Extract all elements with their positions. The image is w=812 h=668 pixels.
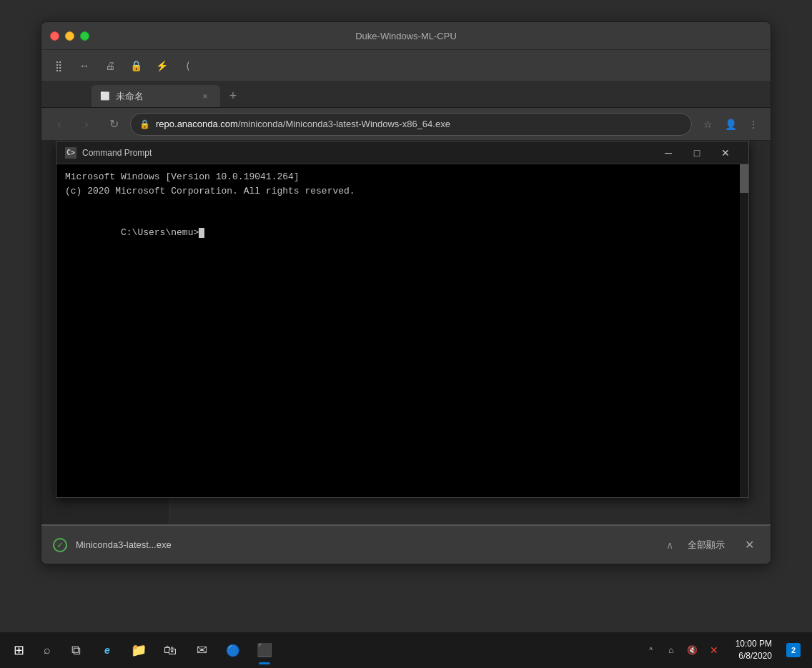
browser-tab[interactable]: ⬜ 未命名 × xyxy=(91,85,220,107)
taskbar: ⊞ ⌕ ⧉ e 📁 🛍 ✉ 🔵 ⬛ ^ ⌂ 🔇 ✕ 10:00 PM 6/8/2… xyxy=(0,632,812,668)
cmd-icon-label: C> xyxy=(66,149,75,156)
tab-close-button[interactable]: × xyxy=(199,90,212,103)
tray-expand-button[interactable]: ^ xyxy=(643,642,660,659)
download-bar: ✓ Miniconda3-latest...exe ∧ 全部顯示 ✕ xyxy=(41,524,771,564)
tray-volume-icon[interactable]: 🔇 xyxy=(683,640,703,660)
taskbar-task-view[interactable]: ⧉ xyxy=(60,634,91,666)
browser-window: Duke-Windows-ML-CPU ⣿ ↔ 🖨 🔒 ⚡ ⟨ ⬜ 未命名 × … xyxy=(41,21,771,564)
favorite-button[interactable]: ☆ xyxy=(698,114,718,134)
tab-title: 未命名 xyxy=(116,90,193,103)
url-domain: repo.anaconda.com xyxy=(156,119,238,129)
download-filename: Miniconda3-latest...exe xyxy=(76,539,658,550)
cmd-window-controls: ─ □ ✕ xyxy=(654,141,740,164)
tray-network-icon[interactable]: ⌂ xyxy=(661,640,681,660)
title-bar: Duke-Windows-ML-CPU xyxy=(41,22,771,49)
profile-button[interactable]: 👤 xyxy=(721,114,741,134)
taskbar-clock[interactable]: 10:00 PM 6/8/2020 xyxy=(730,638,778,662)
cmd-title-bar: C> Command Prompt ─ □ ✕ xyxy=(56,141,748,164)
menu-button[interactable]: ⋮ xyxy=(743,114,763,134)
forward-button[interactable]: › xyxy=(76,114,97,135)
close-button[interactable] xyxy=(50,31,59,41)
show-all-downloads-button[interactable]: 全部顯示 xyxy=(682,536,731,554)
notification-badge: 2 xyxy=(786,643,801,657)
tab-bar: ⬜ 未命名 × + xyxy=(41,81,771,108)
cmd-minimize-button[interactable]: ─ xyxy=(654,141,683,164)
url-text: repo.anaconda.com/miniconda/Miniconda3-l… xyxy=(156,119,683,129)
cmd-close-button[interactable]: ✕ xyxy=(711,141,740,164)
system-tray: ^ ⌂ 🔇 ✕ xyxy=(637,640,730,660)
url-actions: ☆ 👤 ⋮ xyxy=(698,114,763,134)
cmd-line-2: (c) 2020 Microsoft Corporation. All righ… xyxy=(65,184,740,199)
minimize-button[interactable] xyxy=(65,31,74,41)
taskbar-file-explorer[interactable]: 📁 xyxy=(123,634,154,666)
tab-favicon-icon: ⬜ xyxy=(100,91,110,101)
toolbar-icon-lock[interactable]: 🔒 xyxy=(124,54,147,77)
taskbar-chrome[interactable]: 🔵 xyxy=(217,634,249,666)
toolbar-icon-split[interactable]: ↔ xyxy=(73,54,96,77)
cmd-prompt-text: C:\Users\nemu> xyxy=(121,227,199,238)
tray-error-icon[interactable]: ✕ xyxy=(704,640,724,660)
new-tab-button[interactable]: + xyxy=(223,86,243,106)
clock-time: 10:00 PM xyxy=(736,638,772,650)
window-title: Duke-Windows-ML-CPU xyxy=(355,31,457,41)
cmd-restore-button[interactable]: □ xyxy=(683,141,711,164)
toolbar: ⣿ ↔ 🖨 🔒 ⚡ ⟨ xyxy=(41,49,771,81)
url-path: /miniconda/Miniconda3-latest-Windows-x86… xyxy=(238,119,450,129)
taskbar-terminal[interactable]: ⬛ xyxy=(249,634,280,666)
taskbar-store[interactable]: 🛍 xyxy=(154,634,186,666)
search-button[interactable]: ⌕ xyxy=(34,637,60,663)
cmd-cursor xyxy=(199,228,204,238)
cmd-line-3 xyxy=(65,198,740,212)
refresh-button[interactable]: ↻ xyxy=(103,114,124,135)
traffic-lights xyxy=(50,31,89,41)
cmd-prompt-line: C:\Users\nemu> xyxy=(65,212,740,254)
taskbar-edge[interactable]: e xyxy=(91,634,123,666)
download-expand-icon[interactable]: ∧ xyxy=(666,539,673,551)
toolbar-icon-print[interactable]: 🖨 xyxy=(99,54,122,77)
toolbar-icon-collapse[interactable]: ⟨ xyxy=(176,54,199,77)
sidebar-toggle-button[interactable]: ⣿ xyxy=(47,54,70,77)
maximize-button[interactable] xyxy=(80,31,89,41)
command-prompt-window: C> Command Prompt ─ □ ✕ Microsoft Window… xyxy=(56,141,749,498)
back-button[interactable]: ‹ xyxy=(49,114,70,135)
cmd-app-icon: C> xyxy=(65,147,76,159)
cmd-scrollbar-thumb[interactable] xyxy=(740,164,748,193)
lock-icon: 🔒 xyxy=(139,119,150,129)
toolbar-icon-lightning[interactable]: ⚡ xyxy=(150,54,173,77)
taskbar-mail[interactable]: ✉ xyxy=(186,634,217,666)
address-bar: ‹ › ↻ 🔒 repo.anaconda.com/miniconda/Mini… xyxy=(41,108,771,141)
clock-date: 6/8/2020 xyxy=(736,650,772,662)
cmd-body[interactable]: Microsoft Windows [Version 10.0.19041.26… xyxy=(56,164,748,497)
notification-center-button[interactable]: 2 xyxy=(778,634,809,666)
cmd-title-label: Command Prompt xyxy=(82,148,648,158)
cmd-line-1: Microsoft Windows [Version 10.0.19041.26… xyxy=(65,170,740,184)
start-button[interactable]: ⊞ xyxy=(3,634,34,666)
download-bar-close-button[interactable]: ✕ xyxy=(739,535,759,555)
download-status-icon: ✓ xyxy=(53,538,67,552)
cmd-scrollbar[interactable] xyxy=(740,164,748,497)
browser-content: C> Command Prompt ─ □ ✕ Microsoft Window… xyxy=(41,141,771,564)
url-bar[interactable]: 🔒 repo.anaconda.com/miniconda/Miniconda3… xyxy=(130,113,692,136)
